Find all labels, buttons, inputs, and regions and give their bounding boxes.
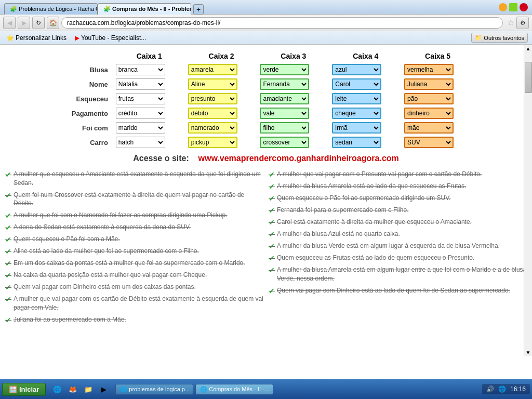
- clue-check-icon: ✔: [269, 242, 275, 250]
- cell-r2-c3: frutaspresuntoamacianteleitepão: [329, 91, 402, 106]
- cell-r4-c2: maridonamoradofilhoirmãmãe: [257, 121, 329, 135]
- address-bar[interactable]: [61, 17, 503, 29]
- cell-r0-c2: brancaamarelaverdeazulvermelha: [257, 62, 329, 77]
- scrollbar-thumb[interactable]: [525, 62, 532, 93]
- clue-text: A mulher da blusa Azul está no quarto ca…: [277, 230, 400, 238]
- select-r4-c3[interactable]: maridonamoradofilhoirmãmãe: [332, 122, 381, 134]
- clue-check-icon: ✔: [5, 211, 11, 220]
- clue-item: ✔Aline está ao lado da mulher que foi ao…: [5, 247, 263, 256]
- select-r1-c1[interactable]: NataliaAlineFernandaCarolJuliana: [188, 78, 237, 90]
- cell-r1-c3: NataliaAlineFernandaCarolJuliana: [329, 77, 402, 91]
- row-label-0: Blusa: [58, 62, 113, 77]
- row-label-3: Pagamento: [58, 106, 113, 121]
- select-r0-c0[interactable]: brancaamarelaverdeazulvermelha: [116, 64, 165, 75]
- select-r5-c0[interactable]: hatchpickupcrossoversedanSUV: [116, 137, 165, 148]
- cell-r5-c1: hatchpickupcrossoversedanSUV: [185, 135, 258, 150]
- select-r3-c4[interactable]: créditodébitovalechequedinheiro: [404, 108, 454, 119]
- tab-2-label: Compras do Mês - II - Problem...: [112, 6, 191, 12]
- cell-r4-c3: maridonamoradofilhoirmãmãe: [329, 121, 402, 135]
- clue-text: A mulher que foi com o Namorado foi faze…: [14, 211, 228, 220]
- select-r5-c4[interactable]: hatchpickupcrossoversedanSUV: [404, 137, 454, 148]
- clue-check-icon: ✔: [269, 218, 275, 227]
- select-r4-c0[interactable]: maridonamoradofilhoirmãmãe: [116, 122, 165, 134]
- select-r5-c2[interactable]: hatchpickupcrossoversedanSUV: [260, 137, 309, 148]
- select-r3-c1[interactable]: créditodébitovalechequedinheiro: [188, 108, 237, 119]
- bookmark-star[interactable]: ☆: [507, 18, 514, 28]
- tab-2[interactable]: 🧩 Compras do Mês - II - Problem... ✕: [98, 3, 191, 15]
- row-label-4: Foi com: [58, 121, 113, 135]
- select-r4-c4[interactable]: maridonamoradofilhoirmãmãe: [404, 122, 454, 134]
- scrollbar[interactable]: ▲ ▼: [524, 45, 532, 356]
- clues-right: ✔A mulher que vai pagar com o Presunto v…: [269, 170, 527, 327]
- favorites-button[interactable]: 📁 Outros favoritos: [471, 33, 528, 43]
- cell-r5-c2: hatchpickupcrossoversedanSUV: [257, 135, 329, 150]
- close-button[interactable]: [520, 3, 528, 11]
- maximize-button[interactable]: [509, 3, 517, 11]
- select-r0-c3[interactable]: brancaamarelaverdeazulvermelha: [332, 64, 381, 75]
- cell-r5-c3: hatchpickupcrossoversedanSUV: [329, 135, 402, 150]
- select-r1-c4[interactable]: NataliaAlineFernandaCarolJuliana: [404, 78, 454, 90]
- clue-text: Quem esqueceu o Pão foi com a Mãe.: [14, 235, 120, 244]
- select-r0-c1[interactable]: brancaamarelaverdeazulvermelha: [188, 64, 237, 75]
- select-r2-c3[interactable]: frutaspresuntoamacianteleitepão: [332, 93, 381, 104]
- reload-button[interactable]: ↻: [32, 17, 45, 29]
- clue-check-icon: ✔: [5, 170, 11, 179]
- select-r4-c2[interactable]: maridonamoradofilhoirmãmãe: [260, 122, 309, 134]
- select-r0-c2[interactable]: brancaamarelaverdeazulvermelha: [260, 64, 309, 75]
- forward-button[interactable]: ▶: [18, 17, 30, 29]
- cell-r2-c0: frutaspresuntoamacianteleitepão: [113, 91, 185, 106]
- clue-text: Juliana foi ao supermercado com a Mãe.: [14, 315, 126, 324]
- new-tab-button[interactable]: +: [193, 4, 204, 15]
- select-r3-c2[interactable]: créditodébitovalechequedinheiro: [260, 108, 309, 119]
- tab-bar: 🧩 Problemas de Lógica - Racha C... ✕ 🧩 C…: [4, 0, 204, 15]
- bookmark-youtube[interactable]: ▶ YouTube - Especialist...: [73, 33, 148, 43]
- main-content: Caixa 1 Caixa 2 Caixa 3 Caixa 4 Caixa 5 …: [0, 45, 532, 356]
- clues-left: ✔A mulher que esqueceu o Amaciante está …: [5, 170, 263, 327]
- tab-1[interactable]: 🧩 Problemas de Lógica - Racha C... ✕: [4, 3, 98, 15]
- personalize-label: Personalizar Links: [16, 34, 66, 42]
- clue-item: ✔Em um dos caixas da pontas está a mulhe…: [5, 259, 263, 268]
- clue-item: ✔Quem foi num Crossover está exatamente …: [5, 191, 263, 208]
- clue-item: ✔Carol está exatamente à direita da mulh…: [269, 218, 527, 227]
- settings-button[interactable]: ⚙: [516, 17, 529, 29]
- cell-r4-c1: maridonamoradofilhoirmãmãe: [185, 121, 258, 135]
- select-r3-c0[interactable]: créditodébitovalechequedinheiro: [116, 108, 165, 119]
- clue-item: ✔A mulher da blusa Amarela está ao lado …: [269, 182, 527, 191]
- col-header-4: Caixa 4: [329, 50, 402, 62]
- select-r1-c2[interactable]: NataliaAlineFernandaCarolJuliana: [260, 78, 309, 90]
- select-r2-c1[interactable]: frutaspresuntoamacianteleitepão: [188, 93, 237, 104]
- select-r1-c3[interactable]: NataliaAlineFernandaCarolJuliana: [332, 78, 381, 90]
- select-r3-c3[interactable]: créditodébitovalechequedinheiro: [332, 108, 381, 119]
- select-r5-c3[interactable]: hatchpickupcrossoversedanSUV: [332, 137, 381, 148]
- select-r5-c1[interactable]: hatchpickupcrossoversedanSUV: [188, 137, 237, 148]
- select-r2-c2[interactable]: frutaspresuntoamacianteleitepão: [260, 93, 309, 104]
- select-r2-c4[interactable]: frutaspresuntoamacianteleitepão: [404, 93, 454, 104]
- select-r1-c0[interactable]: NataliaAlineFernandaCarolJuliana: [116, 78, 165, 90]
- clue-text: Carol está exatamente à direita da mulhe…: [277, 218, 472, 227]
- select-r0-c4[interactable]: brancaamarelaverdeazulvermelha: [404, 64, 454, 75]
- clue-text: A mulher que vai pagar com os cartão de …: [14, 295, 263, 312]
- col-header-1: Caixa 1: [113, 50, 185, 62]
- minimize-button[interactable]: [499, 3, 507, 11]
- promo-label: Acesse o site:: [133, 154, 189, 163]
- bookmark-personalize[interactable]: ⭐ Personalizar Links: [4, 33, 69, 43]
- clue-check-icon: ✔: [5, 247, 11, 256]
- youtube-label: YouTube - Especialist...: [81, 34, 146, 42]
- clue-check-icon: ✔: [5, 223, 11, 232]
- clue-item: ✔Juliana foi ao supermercado com a Mãe.: [5, 315, 263, 324]
- select-r4-c1[interactable]: maridonamoradofilhoirmãmãe: [188, 122, 237, 134]
- clue-item: ✔A dona do Sedan está exatamente à esque…: [5, 223, 263, 232]
- youtube-icon: ▶: [75, 34, 79, 42]
- clue-item: ✔A mulher da blusa Amarela está em algum…: [269, 265, 527, 283]
- back-button[interactable]: ◀: [3, 17, 16, 29]
- select-r2-c0[interactable]: frutaspresuntoamacianteleitepão: [116, 93, 165, 104]
- col-header-3: Caixa 3: [257, 50, 329, 62]
- clue-check-icon: ✔: [5, 283, 11, 291]
- cell-r0-c1: brancaamarelaverdeazulvermelha: [185, 62, 258, 77]
- clue-item: ✔Quem vai pagar com Dinheiro está em um …: [5, 283, 263, 291]
- cell-r2-c1: frutaspresuntoamacianteleitepão: [185, 91, 258, 106]
- cell-r3-c1: créditodébitovalechequedinheiro: [185, 106, 258, 121]
- home-button[interactable]: 🏠: [47, 17, 59, 29]
- cell-r1-c0: NataliaAlineFernandaCarolJuliana: [113, 77, 185, 91]
- tab-2-favicon: 🧩: [103, 6, 111, 12]
